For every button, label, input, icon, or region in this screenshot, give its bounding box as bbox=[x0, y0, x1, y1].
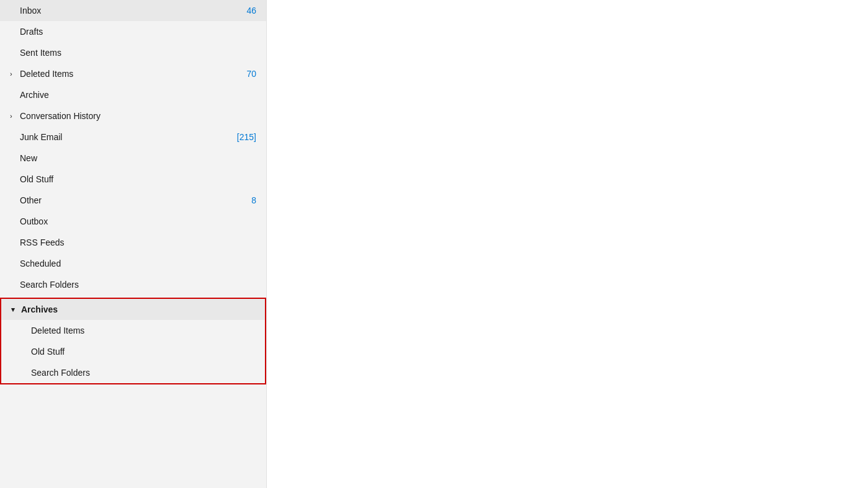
folder-label-conversation-history: Conversation History bbox=[20, 111, 256, 121]
folder-label-arch-old-stuff: Old Stuff bbox=[31, 347, 255, 357]
sidebar-item-outbox[interactable]: Outbox bbox=[0, 211, 266, 232]
folder-count-other: 8 bbox=[251, 195, 256, 205]
archives-label: Archives bbox=[21, 304, 58, 314]
folder-label-sent-items: Sent Items bbox=[20, 48, 256, 58]
sidebar-item-inbox[interactable]: Inbox 46 bbox=[0, 0, 266, 21]
sidebar-item-drafts[interactable]: Drafts bbox=[0, 21, 266, 42]
sidebar-item-other[interactable]: Other 8 bbox=[0, 190, 266, 211]
sidebar-item-new[interactable]: New bbox=[0, 148, 266, 169]
chevron-right-icon: › bbox=[10, 70, 17, 78]
sidebar-item-arch-search-folders[interactable]: Search Folders bbox=[1, 362, 265, 383]
folder-label-deleted-items: Deleted Items bbox=[20, 69, 241, 79]
sidebar-item-search-folders[interactable]: Search Folders bbox=[0, 274, 266, 295]
folder-label-arch-search-folders: Search Folders bbox=[31, 368, 255, 378]
folder-count-deleted-items: 70 bbox=[246, 69, 256, 79]
folder-label-rss-feeds: RSS Feeds bbox=[20, 237, 256, 247]
archives-section: ▾ Archives Deleted Items Old Stuff Searc… bbox=[0, 298, 266, 384]
folder-label-other: Other bbox=[20, 195, 246, 205]
sidebar-item-deleted-items[interactable]: › Deleted Items 70 bbox=[0, 63, 266, 84]
chevron-right-icon-2: › bbox=[10, 112, 17, 120]
folder-label-inbox: Inbox bbox=[20, 6, 241, 16]
sidebar-item-rss-feeds[interactable]: RSS Feeds bbox=[0, 232, 266, 253]
folder-label-outbox: Outbox bbox=[20, 216, 256, 226]
sidebar-item-arch-old-stuff[interactable]: Old Stuff bbox=[1, 341, 265, 362]
folder-label-old-stuff: Old Stuff bbox=[20, 174, 256, 184]
folder-label-new: New bbox=[20, 153, 256, 163]
folder-label-drafts: Drafts bbox=[20, 27, 256, 37]
archives-header[interactable]: ▾ Archives bbox=[1, 299, 265, 320]
folder-label-junk-email: Junk Email bbox=[20, 132, 232, 142]
folder-label-scheduled: Scheduled bbox=[20, 259, 256, 268]
folder-label-archive: Archive bbox=[20, 90, 256, 100]
sidebar-item-old-stuff[interactable]: Old Stuff bbox=[0, 169, 266, 190]
sidebar-item-archive[interactable]: Archive bbox=[0, 84, 266, 105]
sidebar-item-arch-deleted-items[interactable]: Deleted Items bbox=[1, 320, 265, 341]
folder-count-inbox: 46 bbox=[246, 6, 256, 16]
chevron-down-icon: ▾ bbox=[11, 306, 19, 314]
main-content bbox=[267, 0, 868, 488]
folder-label-arch-deleted-items: Deleted Items bbox=[31, 326, 255, 335]
folder-label-search-folders: Search Folders bbox=[20, 280, 256, 290]
sidebar-item-junk-email[interactable]: Junk Email [215] bbox=[0, 126, 266, 148]
sidebar-item-scheduled[interactable]: Scheduled bbox=[0, 253, 266, 274]
sidebar: Inbox 46 Drafts Sent Items › Deleted Ite… bbox=[0, 0, 267, 488]
folder-count-junk-email: [215] bbox=[237, 132, 256, 142]
sidebar-item-sent-items[interactable]: Sent Items bbox=[0, 42, 266, 63]
sidebar-item-conversation-history[interactable]: › Conversation History bbox=[0, 105, 266, 126]
